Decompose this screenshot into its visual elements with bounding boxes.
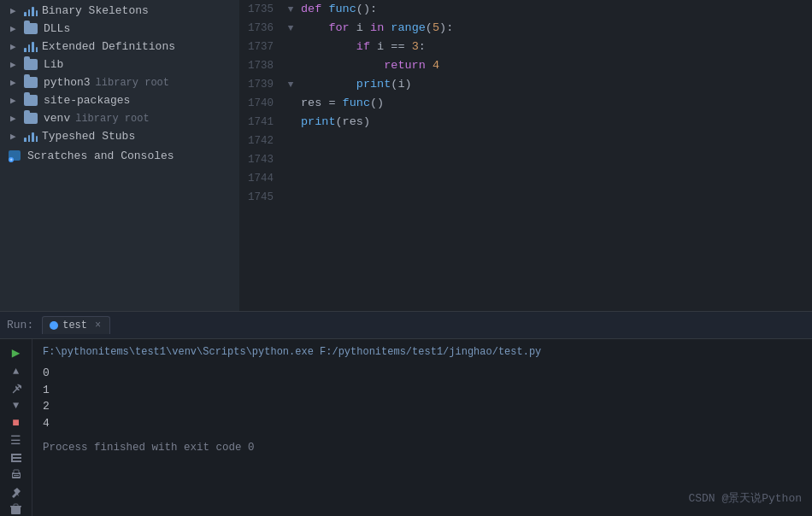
output-line-4: 4 bbox=[43, 415, 802, 432]
bar-icon-typeshed bbox=[24, 131, 38, 142]
svg-rect-14 bbox=[10, 506, 21, 507]
expand-arrow-site: ▶ bbox=[10, 95, 24, 106]
pin-button[interactable] bbox=[4, 485, 28, 499]
sidebar-item-dlls[interactable]: ▶ DLLs bbox=[0, 20, 239, 38]
code-line-1745: 1745 bbox=[243, 188, 812, 207]
fold-icon-1739[interactable]: ▼ bbox=[288, 75, 294, 94]
watermark: CSDN @景天说Python bbox=[688, 490, 802, 506]
sidebar-item-binary-skeletons[interactable]: ▶ Binary Skeletons bbox=[0, 2, 239, 20]
svg-rect-16 bbox=[15, 507, 16, 513]
sidebar-label-extended: Extended Definitions bbox=[42, 40, 175, 53]
expand-arrow-ext: ▶ bbox=[10, 41, 24, 52]
gutter-1735[interactable]: ▼ bbox=[284, 0, 297, 19]
print-button[interactable] bbox=[4, 468, 28, 482]
svg-rect-17 bbox=[17, 507, 18, 513]
folder-icon-venv bbox=[24, 113, 39, 125]
list-button[interactable]: ☰ bbox=[4, 433, 28, 448]
expand-arrow-venv: ▶ bbox=[10, 113, 24, 124]
close-tab-button[interactable]: × bbox=[95, 320, 101, 331]
trash-button[interactable] bbox=[4, 502, 28, 516]
scratches-icon: ⚙ bbox=[7, 148, 22, 163]
folder-icon-lib bbox=[24, 59, 39, 71]
run-tab-test[interactable]: test × bbox=[42, 316, 110, 334]
expand-arrow-dlls: ▶ bbox=[10, 23, 24, 34]
svg-rect-10 bbox=[14, 475, 19, 476]
fold-icon-1735[interactable]: ▼ bbox=[288, 0, 294, 19]
svg-rect-15 bbox=[14, 507, 15, 513]
expand-arrow-typeshed: ▶ bbox=[10, 131, 24, 142]
line-num-1740: 1740 bbox=[243, 94, 284, 113]
svg-rect-8 bbox=[14, 470, 19, 473]
code-line-1737: 1737 if i == 3: bbox=[243, 38, 812, 56]
run-panel: Run: test × ▶ ▲ ▼ ■ ☰ bbox=[0, 311, 812, 516]
sidebar-label-site: site-packages bbox=[44, 94, 130, 107]
code-content-1738: return 4 bbox=[297, 56, 812, 75]
folder-icon-python3 bbox=[24, 77, 39, 89]
line-num-1737: 1737 bbox=[243, 38, 284, 56]
expand-arrow-binary: ▶ bbox=[10, 5, 24, 16]
bar-icon-ext bbox=[24, 41, 38, 52]
sidebar-label-dlls: DLLs bbox=[44, 22, 70, 35]
gutter-1739[interactable]: ▼ bbox=[284, 75, 297, 94]
code-content-1741: print(res) bbox=[297, 113, 812, 132]
line-num-1735: 1735 bbox=[243, 0, 284, 19]
code-line-1740: 1740 res = func() bbox=[243, 94, 812, 113]
play-button[interactable]: ▶ bbox=[4, 344, 28, 361]
sidebar-item-typeshed[interactable]: ▶ Typeshed Stubs bbox=[0, 127, 239, 145]
stop-button[interactable]: ■ bbox=[4, 416, 28, 430]
python3-tag: library root bbox=[96, 77, 169, 89]
output-line-1: 1 bbox=[43, 382, 802, 399]
run-output: F:\pythonitems\test1\venv\Scripts\python… bbox=[32, 339, 812, 516]
code-content-1736: for i in range(5): bbox=[297, 19, 812, 38]
code-line-1742: 1742 bbox=[243, 132, 812, 150]
svg-rect-6 bbox=[11, 454, 13, 462]
output-line-2: 2 bbox=[43, 398, 802, 415]
code-line-1738: 1738 return 4 bbox=[243, 56, 812, 75]
fold-icon-1736[interactable]: ▼ bbox=[288, 19, 294, 38]
expand-arrow-lib: ▶ bbox=[10, 59, 24, 70]
expand-arrow-python3: ▶ bbox=[10, 77, 24, 88]
line-num-1741: 1741 bbox=[243, 113, 284, 132]
gutter-1736[interactable]: ▼ bbox=[284, 19, 297, 38]
sidebar-item-scratches[interactable]: ⚙ Scratches and Consoles bbox=[0, 145, 239, 166]
wrench-button[interactable] bbox=[4, 382, 28, 396]
code-line-1735: 1735 ▼ def func(): bbox=[243, 0, 812, 19]
code-content-1737: if i == 3: bbox=[297, 38, 812, 56]
scroll-down-button[interactable]: ▼ bbox=[4, 399, 28, 413]
code-line-1736: 1736 ▼ for i in range(5): bbox=[243, 19, 812, 38]
code-content-1735: def func(): bbox=[297, 0, 812, 19]
sidebar-item-extended-definitions[interactable]: ▶ Extended Definitions bbox=[0, 38, 239, 56]
sidebar-label-typeshed: Typeshed Stubs bbox=[42, 130, 135, 143]
sidebar-item-python3[interactable]: ▶ python3 library root bbox=[0, 73, 239, 91]
sidebar-item-site-packages[interactable]: ▶ site-packages bbox=[0, 91, 239, 109]
sidebar-item-venv[interactable]: ▶ venv library root bbox=[0, 109, 239, 127]
line-num-1738: 1738 bbox=[243, 56, 284, 75]
line-num-1745: 1745 bbox=[243, 188, 284, 207]
code-line-1741: 1741 print(res) bbox=[243, 113, 812, 132]
code-line-1743: 1743 bbox=[243, 150, 812, 169]
code-line-1744: 1744 bbox=[243, 169, 812, 188]
process-status: Process finished with exit code 0 bbox=[43, 440, 802, 456]
line-num-1743: 1743 bbox=[243, 150, 284, 169]
sidebar-label-lib: Lib bbox=[44, 58, 63, 71]
run-label: Run: bbox=[7, 319, 33, 331]
sidebar-label-python3: python3 bbox=[44, 76, 91, 89]
sidebar-label-binary: Binary Skeletons bbox=[42, 4, 149, 17]
output-line-0: 0 bbox=[43, 365, 802, 382]
sidebar-label-venv: venv bbox=[44, 112, 70, 125]
code-content-1739: print(i) bbox=[297, 75, 812, 94]
scratches-label: Scratches and Consoles bbox=[27, 150, 174, 162]
svg-rect-11 bbox=[14, 477, 17, 478]
list2-button[interactable] bbox=[4, 451, 28, 465]
folder-icon-site bbox=[24, 95, 39, 107]
line-num-1744: 1744 bbox=[243, 169, 284, 188]
bar-icon-binary bbox=[24, 5, 38, 16]
run-tabs: Run: test × bbox=[0, 312, 812, 339]
code-editor: 1735 ▼ def func(): 1736 ▼ for i in range… bbox=[243, 0, 812, 311]
sidebar-item-lib[interactable]: ▶ Lib bbox=[0, 56, 239, 73]
line-num-1739: 1739 bbox=[243, 75, 284, 94]
python-icon bbox=[50, 321, 58, 330]
main-content: ▶ Binary Skeletons ▶ DLLs ▶ bbox=[0, 0, 812, 311]
scroll-up-button[interactable]: ▲ bbox=[4, 365, 28, 378]
code-content-1740: res = func() bbox=[297, 94, 812, 113]
